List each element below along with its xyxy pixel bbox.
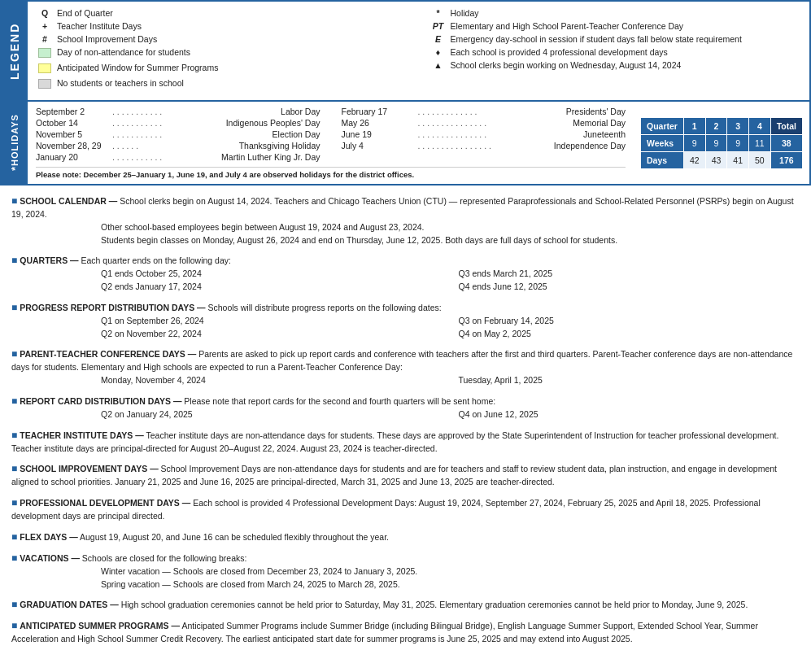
holiday-sep2-date: September 2 bbox=[36, 107, 109, 116]
section-school-improvement: ■SCHOOL IMPROVEMENT DAYS — School Improv… bbox=[11, 461, 800, 489]
legend-hash-text: School Improvement Days bbox=[57, 34, 157, 44]
holiday-sep2-name: Labor Day bbox=[281, 107, 320, 116]
legend-item-yellow: Anticipated Window for Summer Programs bbox=[37, 63, 407, 75]
holiday-jan20-dots: . . . . . . . . . . . bbox=[112, 152, 218, 162]
holiday-nov28-dots: . . . . . . bbox=[112, 141, 236, 151]
holiday-jun19-name: Juneteenth bbox=[583, 129, 626, 139]
section-professional-development: ■PROFESSIONAL DEVELOPMENT DAYS — Each sc… bbox=[11, 495, 800, 523]
main-content: ■SCHOOL CALENDAR — School clerks begin o… bbox=[0, 185, 811, 661]
quarters-two-col: Q1 ends October 25, 2024 Q2 ends January… bbox=[101, 268, 800, 294]
holiday-jan20-date: January 20 bbox=[36, 152, 109, 162]
symbol-q: Q bbox=[37, 8, 52, 18]
q2-end: Q2 ends January 17, 2024 bbox=[101, 281, 443, 294]
section-flex-days: ■FLEX DAYS — August 19, August 20, and J… bbox=[11, 530, 800, 544]
holiday-thanksgiving: November 28, 29 . . . . . . Thanksgiving… bbox=[36, 141, 320, 151]
legend-left-col: Q End of Quarter + Teacher Institute Day… bbox=[37, 8, 407, 94]
legend-yellow-text: Anticipated Window for Summer Programs bbox=[57, 63, 218, 72]
report-card-dash: — bbox=[173, 396, 182, 406]
holiday-oct14-name: Indigenous Peoples' Day bbox=[226, 118, 320, 128]
bullet-summer-programs: ■ bbox=[11, 620, 17, 631]
school-improvement-title: SCHOOL IMPROVEMENT DAYS bbox=[20, 464, 147, 473]
holiday-feb17-name: Presidents' Day bbox=[566, 107, 626, 116]
summer-programs-dash: — bbox=[172, 621, 181, 631]
bullet-graduation: ■ bbox=[11, 599, 17, 610]
bullet-school-improvement: ■ bbox=[11, 463, 17, 474]
holiday-jan20-name: Martin Luther King Jr. Day bbox=[221, 152, 320, 162]
bullet-professional-dev: ■ bbox=[11, 497, 17, 508]
legend-item-pt: PT Elementary and High School Parent-Tea… bbox=[431, 21, 800, 31]
q4-end: Q4 ends June 12, 2025 bbox=[459, 281, 800, 294]
rc-q2: Q2 on January 24, 2025 bbox=[101, 408, 443, 421]
bullet-school-calendar: ■ bbox=[11, 195, 17, 207]
progress-q4: Q4 on May 2, 2025 bbox=[459, 328, 800, 341]
section-summer-programs: ■ANTICIPATED SUMMER PROGRAMS — Anticipat… bbox=[11, 618, 800, 646]
holiday-jun19-dots: . . . . . . . . . . . . . . . bbox=[418, 129, 581, 139]
weeks-q4: 11 bbox=[749, 134, 771, 151]
quarters-left: Q1 ends October 25, 2024 Q2 ends January… bbox=[101, 268, 443, 294]
legend-item-q: Q End of Quarter bbox=[37, 8, 407, 18]
progress-q2: Q2 on November 22, 2024 bbox=[101, 328, 443, 341]
progress-right: Q3 on February 14, 2025 Q4 on May 2, 202… bbox=[459, 315, 800, 341]
holiday-indigenous: October 14 . . . . . . . . . . . Indigen… bbox=[36, 118, 320, 128]
graduation-dash: — bbox=[110, 600, 119, 609]
holidays-inner: September 2 . . . . . . . . . . . Labor … bbox=[28, 102, 809, 184]
holiday-feb17-date: February 17 bbox=[342, 107, 415, 116]
ptc-nov: Monday, November 4, 2024 bbox=[101, 374, 443, 387]
legend-triangle-text: School clerks begin working on Wednesday… bbox=[451, 60, 682, 70]
holidays-note: Please note: December 25–January 1, June… bbox=[36, 167, 626, 179]
vacations-dash: — bbox=[71, 553, 80, 563]
holiday-jun19-date: June 19 bbox=[342, 129, 415, 139]
holiday-memorial: May 26 . . . . . . . . . . . . . . . Mem… bbox=[342, 118, 626, 128]
ptc-apr: Tuesday, April 1, 2025 bbox=[459, 374, 800, 387]
holidays-right: February 17 . . . . . . . . . . . . . Pr… bbox=[334, 107, 626, 164]
school-calendar-title: SCHOOL CALENDAR bbox=[20, 196, 107, 206]
symbol-e: E bbox=[431, 34, 446, 44]
holiday-nov5-date: November 5 bbox=[36, 129, 109, 139]
bullet-parent-teacher: ■ bbox=[11, 348, 17, 360]
symbol-plus: + bbox=[37, 21, 52, 31]
legend-item-gray: No students or teachers in school bbox=[37, 78, 407, 90]
quarter-header-2: 2 bbox=[705, 117, 727, 134]
progress-q3: Q3 on February 14, 2025 bbox=[459, 315, 800, 328]
holidays-star: * bbox=[9, 166, 21, 171]
quarters-dash: — bbox=[70, 255, 79, 265]
graduation-title: GRADUATION DATES bbox=[20, 600, 107, 609]
teacher-institute-title: TEACHER INSTITUTE DAYS bbox=[20, 430, 133, 440]
section-report-card: ■REPORT CARD DISTRIBUTION DAYS — Please … bbox=[11, 394, 800, 421]
holiday-oct14-date: October 14 bbox=[36, 118, 109, 128]
progress-title: PROGRESS REPORT DISTRIBUTION DAYS bbox=[20, 303, 194, 312]
flex-days-dash: — bbox=[69, 532, 78, 542]
legend-item-diamond: ♦ Each school is provided 4 professional… bbox=[431, 47, 800, 57]
section-graduation: ■GRADUATION DATES — High school graduati… bbox=[11, 597, 800, 612]
legend-item-plus: + Teacher Institute Days bbox=[37, 21, 407, 31]
holiday-nov5-name: Election Day bbox=[273, 129, 320, 139]
vacations-title: VACATIONS bbox=[20, 553, 68, 563]
holidays-tab: * HOLIDAYS bbox=[2, 102, 28, 184]
progress-dates: Q1 on September 26, 2024 Q2 on November … bbox=[101, 315, 800, 341]
days-label: Days bbox=[641, 151, 684, 168]
holiday-jul4-date: July 4 bbox=[342, 141, 415, 151]
holiday-juneteenth: June 19 . . . . . . . . . . . . . . . Ju… bbox=[342, 129, 626, 139]
days-q1: 42 bbox=[683, 151, 705, 168]
holiday-jul4-dots: . . . . . . . . . . . . . . . . bbox=[418, 141, 551, 151]
legend-diamond-text: Each school is provided 4 professional d… bbox=[451, 47, 668, 57]
legend-q-text: End of Quarter bbox=[57, 8, 113, 18]
holiday-sep2-dots: . . . . . . . . . . . bbox=[112, 107, 277, 116]
parent-teacher-two-col: Monday, November 4, 2024 Tuesday, April … bbox=[101, 374, 800, 387]
ptc-right: Tuesday, April 1, 2025 bbox=[459, 374, 800, 387]
section-parent-teacher: ■PARENT-TEACHER CONFERENCE DAYS — Parent… bbox=[11, 347, 800, 387]
days-q2: 43 bbox=[705, 151, 727, 168]
quarter-header-4: 4 bbox=[749, 117, 771, 134]
winter-vacation: Winter vacation — Schools are closed fro… bbox=[101, 565, 800, 578]
report-card-dates: Q2 on January 24, 2025 Q4 on June 12, 20… bbox=[101, 408, 800, 421]
school-calendar-note1: Other school-based employees begin betwe… bbox=[101, 221, 800, 234]
vacations-detail: Winter vacation — Schools are closed fro… bbox=[101, 565, 800, 591]
bullet-quarters: ■ bbox=[11, 255, 17, 266]
rc-q4: Q4 on June 12, 2025 bbox=[459, 408, 800, 421]
section-quarters: ■QUARTERS — Each quarter ends on the fol… bbox=[11, 253, 800, 294]
school-calendar-dash: — bbox=[109, 196, 118, 206]
parent-teacher-title: PARENT-TEACHER CONFERENCE DAYS bbox=[20, 349, 185, 359]
symbol-hash: # bbox=[37, 34, 52, 44]
holiday-oct14-dots: . . . . . . . . . . . bbox=[112, 118, 223, 128]
professional-dev-dash: — bbox=[182, 498, 191, 508]
